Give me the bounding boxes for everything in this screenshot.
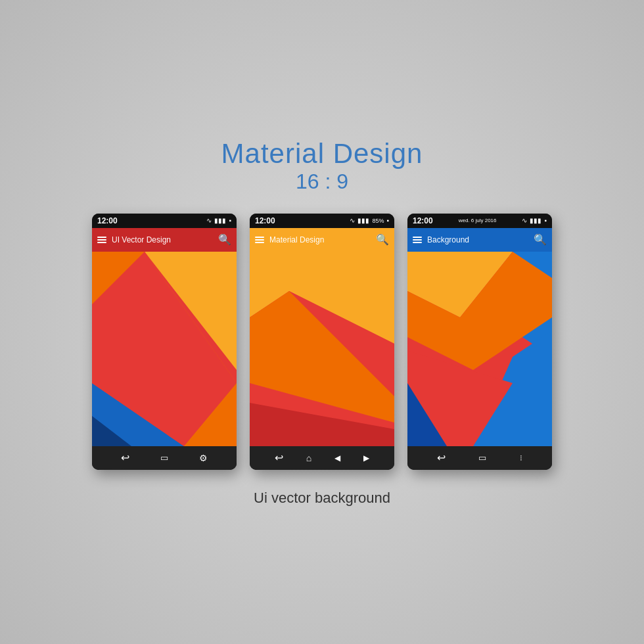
toolbar-title-3: Background <box>427 235 528 244</box>
nav-bar-3: ↩ ▭ ⁝ <box>407 446 552 470</box>
status-icons-2: ∿ ▮▮▮ 85% ▪ <box>350 217 389 224</box>
toolbar-3: Background 🔍 <box>407 228 552 252</box>
status-time-1: 12:00 <box>97 216 118 225</box>
back-icon-1[interactable]: ↩ <box>121 451 129 464</box>
menu-icon-2[interactable] <box>255 237 264 243</box>
phone-content-1 <box>92 252 237 446</box>
status-icons-3: ∿ ▮▮▮ ▪ <box>522 217 547 224</box>
signal-icon-3: ▮▮▮ <box>530 217 541 224</box>
phone-3: 12:00 wed. 6 july 2016 ∿ ▮▮▮ ▪ Backgroun… <box>407 214 552 470</box>
status-date-3: wed. 6 july 2016 <box>433 218 522 223</box>
nav-bar-1: ↩ ▭ ⚙ <box>92 446 237 470</box>
signal-icon-2: ▮▮▮ <box>357 217 369 224</box>
toolbar-1: UI Vector Design 🔍 <box>92 228 237 252</box>
status-bar-1: 12:00 ∿ ▮▮▮ ▪ <box>92 214 237 228</box>
status-time-3: 12:00 <box>413 216 433 225</box>
toolbar-title-2: Material Design <box>269 235 371 244</box>
home-icon-2[interactable]: ⌂ <box>306 453 311 463</box>
wifi-icon-1: ∿ <box>206 217 212 224</box>
status-icons-1: ∿ ▮▮▮ ▪ <box>206 217 231 224</box>
search-icon-3[interactable]: 🔍 <box>534 233 547 246</box>
home-icon-1[interactable]: ▭ <box>160 453 168 463</box>
phone-1: 12:00 ∿ ▮▮▮ ▪ UI Vector Design 🔍 <box>92 214 237 470</box>
toolbar-title-1: UI Vector Design <box>112 235 213 244</box>
phones-container: 12:00 ∿ ▮▮▮ ▪ UI Vector Design 🔍 <box>92 214 552 470</box>
phone-content-2 <box>250 252 394 446</box>
status-bar-2: 12:00 ∿ ▮▮▮ 85% ▪ <box>250 214 394 228</box>
battery-icon-1: ▪ <box>229 217 231 224</box>
status-time-2: 12:00 <box>255 216 275 225</box>
next-icon-2[interactable]: ▶ <box>363 453 369 463</box>
toolbar-2: Material Design 🔍 <box>250 228 394 252</box>
phone-content-3 <box>407 252 552 446</box>
signal-icon-1: ▮▮▮ <box>214 217 226 224</box>
home-icon-3[interactable]: ▭ <box>478 453 486 463</box>
menu-icon-3[interactable] <box>413 237 422 243</box>
search-icon-2[interactable]: 🔍 <box>376 233 389 246</box>
back-icon-3[interactable]: ↩ <box>437 451 446 464</box>
prev-icon-2[interactable]: ◀ <box>334 453 340 463</box>
menu-icon-1[interactable] <box>97 237 106 243</box>
battery-percent-2: 85% <box>372 218 384 224</box>
apps-icon-3[interactable]: ⁝ <box>520 453 522 463</box>
main-title: Material Design <box>221 138 423 170</box>
footer-text: Ui vector background <box>254 490 390 507</box>
phone-2: 12:00 ∿ ▮▮▮ 85% ▪ Material Design 🔍 <box>250 214 394 470</box>
back-icon-2[interactable]: ↩ <box>275 451 283 464</box>
nav-bar-2: ↩ ⌂ ◀ ▶ <box>250 446 394 470</box>
search-icon-1[interactable]: 🔍 <box>218 233 231 246</box>
status-bar-3: 12:00 wed. 6 july 2016 ∿ ▮▮▮ ▪ <box>407 214 552 228</box>
wifi-icon-2: ∿ <box>350 217 355 224</box>
header-section: Material Design 16 : 9 <box>221 138 423 194</box>
battery-icon-2: ▪ <box>386 217 389 224</box>
settings-icon-1[interactable]: ⚙ <box>199 453 208 463</box>
battery-icon-3: ▪ <box>544 217 547 224</box>
subtitle: 16 : 9 <box>221 170 423 194</box>
wifi-icon-3: ∿ <box>522 217 527 224</box>
